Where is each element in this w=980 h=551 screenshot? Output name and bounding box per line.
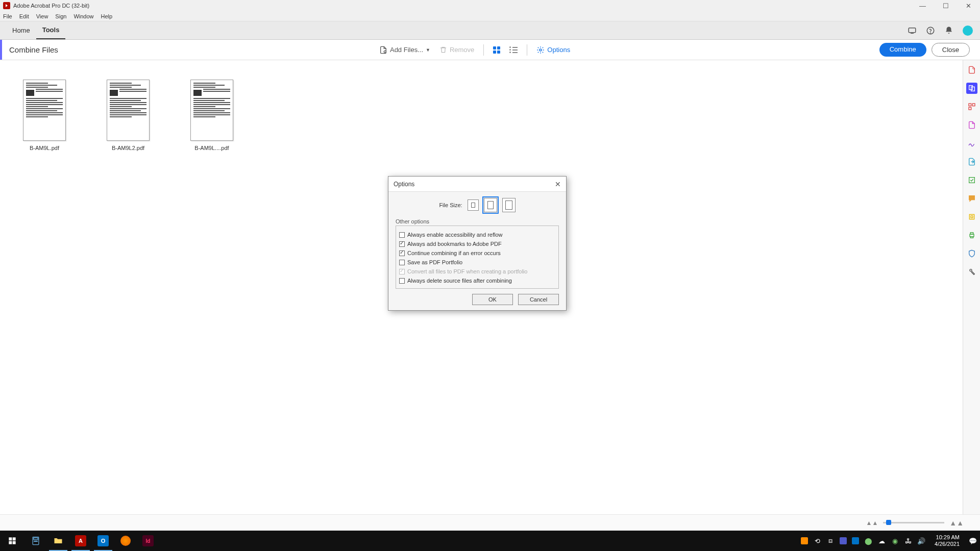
- messages-icon[interactable]: [908, 26, 917, 35]
- svg-rect-20: [13, 541, 16, 544]
- option-delete-source[interactable]: Always delete source files after combini…: [399, 276, 555, 285]
- tray-outlook-icon[interactable]: [852, 537, 859, 544]
- taskbar-acrobat-icon[interactable]: A: [69, 531, 92, 551]
- menu-file[interactable]: File: [3, 13, 12, 19]
- file-item[interactable]: B-AM9L2.pdf: [105, 80, 151, 151]
- svg-point-23: [34, 541, 35, 542]
- tray-icon[interactable]: [801, 537, 808, 544]
- tray-onedrive-icon[interactable]: ☁: [877, 537, 886, 545]
- tab-bar: Home Tools: [0, 21, 980, 40]
- maximize-button[interactable]: ☐: [934, 0, 957, 11]
- list-icon: [509, 46, 518, 53]
- organize-pages-icon[interactable]: [966, 101, 977, 112]
- tray-network-icon[interactable]: 🖧: [904, 537, 912, 545]
- scan-ocr-icon[interactable]: [966, 211, 977, 222]
- option-convert-all: Convert all files to PDF when creating a…: [399, 267, 555, 276]
- svg-rect-0: [909, 28, 916, 32]
- svg-rect-18: [13, 537, 16, 540]
- tray-app-icon[interactable]: ⬤: [864, 537, 872, 545]
- menu-view[interactable]: View: [36, 13, 48, 19]
- file-name: B-AM9L.pdf: [30, 145, 59, 151]
- other-options-label: Other options: [396, 218, 559, 224]
- combine-button[interactable]: Combine: [879, 43, 926, 57]
- combine-files-icon[interactable]: [966, 83, 977, 94]
- dialog-close-button[interactable]: ✕: [555, 180, 561, 188]
- taskbar-clock[interactable]: 10:29 AM 4/26/2021: [930, 534, 964, 547]
- svg-rect-15: [970, 237, 973, 238]
- close-window-button[interactable]: ✕: [957, 0, 980, 11]
- svg-point-25: [37, 541, 38, 542]
- dialog-cancel-button[interactable]: Cancel: [518, 294, 559, 305]
- file-item[interactable]: B-AM9L.pdf: [21, 80, 67, 151]
- protect-icon[interactable]: [966, 248, 977, 259]
- zoom-slider[interactable]: [883, 522, 944, 523]
- options-dialog: Options ✕ File Size: Other options Alway…: [388, 176, 567, 311]
- export-pdf-icon[interactable]: [966, 156, 977, 167]
- file-name: B-AM9L....pdf: [194, 145, 229, 151]
- add-file-icon: [379, 46, 387, 54]
- dialog-ok-button[interactable]: OK: [472, 294, 513, 305]
- menu-sign[interactable]: Sign: [55, 13, 66, 19]
- checkbox-icon: [399, 232, 405, 238]
- help-icon[interactable]: [926, 26, 935, 35]
- tray-teams-icon[interactable]: [840, 537, 847, 544]
- trash-icon: [439, 46, 447, 54]
- taskbar-indesign-icon[interactable]: Id: [137, 531, 159, 551]
- svg-rect-12: [969, 214, 974, 219]
- taskbar-firefox-icon[interactable]: [114, 531, 137, 551]
- tray-app2-icon[interactable]: ◉: [891, 537, 899, 545]
- checkbox-icon: [399, 278, 405, 284]
- option-save-portfolio[interactable]: Save as PDF Portfolio: [399, 258, 555, 267]
- minimize-button[interactable]: —: [911, 0, 934, 11]
- start-button[interactable]: [0, 531, 24, 551]
- combine-title: Combine Files: [2, 45, 58, 54]
- more-tools-icon[interactable]: [966, 266, 977, 278]
- file-size-label: File Size:: [439, 202, 462, 208]
- add-files-button[interactable]: Add Files... ▼: [379, 46, 430, 54]
- tray-notifications-icon[interactable]: 💬: [969, 537, 977, 545]
- create-pdf-icon[interactable]: [966, 64, 977, 76]
- zoom-in-icon[interactable]: ▲▲: [949, 519, 964, 527]
- filesize-small-button[interactable]: [468, 199, 479, 211]
- tab-home[interactable]: Home: [6, 21, 36, 39]
- tray-dropbox-icon[interactable]: ⧈: [826, 537, 835, 545]
- close-button[interactable]: Close: [932, 43, 970, 57]
- taskbar-calculator-icon[interactable]: [24, 531, 47, 551]
- menu-help[interactable]: Help: [101, 13, 113, 19]
- option-bookmarks[interactable]: Always add bookmarks to Adobe PDF: [399, 239, 555, 248]
- edit-pdf-icon[interactable]: [966, 119, 977, 131]
- comment-icon[interactable]: [966, 193, 977, 204]
- notifications-icon[interactable]: [944, 26, 953, 35]
- taskbar-explorer-icon[interactable]: [47, 531, 69, 551]
- remove-button[interactable]: Remove: [439, 46, 474, 54]
- filesize-large-button[interactable]: [502, 198, 516, 212]
- taskbar-outlook-icon[interactable]: O: [92, 531, 114, 551]
- optimize-icon[interactable]: [966, 174, 977, 186]
- sign-icon[interactable]: [966, 138, 977, 149]
- other-options-group: Always enable accessibility and reflow A…: [396, 226, 559, 289]
- filesize-medium-button[interactable]: [484, 198, 497, 212]
- options-button[interactable]: Options: [536, 46, 570, 54]
- tray-sync-icon[interactable]: ⟲: [813, 537, 821, 545]
- windows-taskbar: A O Id ⟲ ⧈ ⬤ ☁ ◉ 🖧 🔊 10:29 AM 4/26/2021 …: [0, 531, 980, 551]
- file-thumbnail: [190, 80, 233, 141]
- option-continue-on-error[interactable]: Continue combining if an error occurs: [399, 248, 555, 258]
- menu-window[interactable]: Window: [74, 13, 93, 19]
- grid-view-button[interactable]: [493, 46, 500, 54]
- zoom-out-icon[interactable]: ▲▲: [866, 519, 878, 527]
- file-item[interactable]: B-AM9L....pdf: [189, 80, 235, 151]
- print-icon[interactable]: [966, 230, 977, 241]
- dialog-title-text: Options: [394, 181, 414, 188]
- menu-edit[interactable]: Edit: [19, 13, 29, 19]
- toolbar-divider: [483, 44, 484, 56]
- file-thumbnail: [107, 80, 150, 141]
- user-avatar[interactable]: [963, 26, 973, 36]
- svg-rect-10: [969, 107, 971, 110]
- svg-rect-17: [9, 537, 12, 540]
- tab-tools[interactable]: Tools: [36, 21, 66, 39]
- option-accessibility[interactable]: Always enable accessibility and reflow: [399, 230, 555, 239]
- tray-volume-icon[interactable]: 🔊: [917, 537, 925, 545]
- svg-rect-13: [970, 234, 974, 237]
- list-view-button[interactable]: [509, 46, 518, 53]
- dropdown-arrow-icon: ▼: [426, 47, 430, 53]
